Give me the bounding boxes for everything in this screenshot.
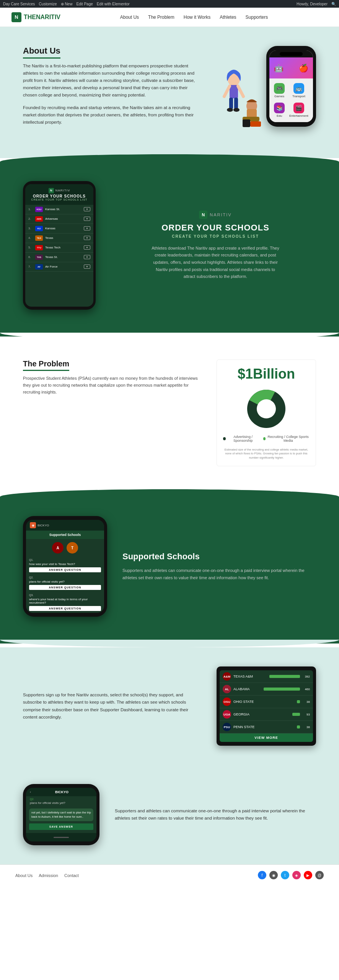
- view-more-button[interactable]: VIEW MORE: [220, 733, 313, 742]
- answer-btn-1[interactable]: ANSWER QUESTION: [29, 567, 101, 572]
- score-bar-2: 460: [264, 688, 310, 691]
- supporters-signup-section: Supporters sign up for free Naritiv acco…: [0, 647, 339, 765]
- supported-heading: Supported Schools: [122, 552, 316, 562]
- social-icon-2[interactable]: ◉: [269, 871, 278, 879]
- chat-bubble: not yet, but I definitely can't wait to …: [29, 808, 93, 821]
- svg-rect-11: [243, 119, 250, 127]
- admin-item-elementor[interactable]: Edit with Elementor: [97, 2, 130, 6]
- nav-link-problem[interactable]: The Problem: [148, 15, 174, 20]
- app-header: 🤖 🍎: [269, 57, 313, 78]
- admin-item-new[interactable]: ⊕ New: [61, 2, 73, 6]
- footer-link-contact[interactable]: Contact: [64, 873, 79, 878]
- communicate-phone: ‹ BICKYO Q2. plans for official visits y…: [23, 784, 99, 845]
- schools-header: N NARITIV ORDER YOUR SCHOOLS CREATE YOUR…: [25, 184, 93, 205]
- school-row-3: 3. KU Kansas ▼: [25, 224, 93, 234]
- footer-social: f ◉ t ◈ ▶ @: [258, 871, 324, 879]
- school-row-7: 7. AF Air Force ▼: [25, 262, 93, 272]
- question-label-3: Q3.: [29, 594, 101, 596]
- question-row-2: Q2. plans for official visits yet? ANSWE…: [26, 574, 104, 592]
- social-youtube-icon[interactable]: ▶: [304, 871, 312, 879]
- answer-btn-2[interactable]: ANSWER QUESTION: [29, 585, 101, 590]
- admin-item-daycare[interactable]: Day Care Services: [3, 2, 35, 6]
- app-icon-transport: 🚌 Transport: [288, 82, 310, 100]
- supported-screen: ◉ BICKYO Supported Schools A T Q1. how w…: [26, 520, 104, 613]
- apple-icon: 🍎: [299, 64, 308, 73]
- social-facebook-icon[interactable]: f: [258, 871, 266, 879]
- home-indicator: [26, 833, 96, 841]
- school-row-1: 1. KSU Kansas St. ▼: [25, 205, 93, 214]
- main-navigation: N THENARITIV About Us The Problem How it…: [0, 8, 339, 27]
- about-text: About Us The Naritiv is a first-to-marke…: [23, 46, 201, 131]
- comm-q-label: Q2.: [26, 796, 96, 800]
- school-row-4: 4. TEX Texas ▼: [25, 234, 93, 243]
- order-phone-container: N NARITIV ORDER YOUR SCHOOLS CREATE YOUR…: [23, 181, 99, 310]
- question-label-2: Q2.: [29, 576, 101, 579]
- school-row-6: 6. TXS Texas St. ▼: [25, 253, 93, 262]
- team-logo-1: A&M: [223, 672, 231, 681]
- tablet-device: A&M TEXAS A&M 392 AL ALABAMA 460: [217, 666, 316, 746]
- supported-app-icon: ◉: [30, 522, 36, 528]
- comm-back-btn[interactable]: ‹: [30, 790, 31, 794]
- social-instagram-icon[interactable]: ◈: [292, 871, 301, 879]
- score-bar-4: 93: [292, 713, 310, 716]
- signup-paragraph: Supporters sign up for free Naritiv acco…: [23, 691, 201, 721]
- supported-app-header: ◉ BICKYO: [26, 520, 104, 531]
- svg-point-6: [227, 108, 233, 112]
- team-name-5: PENN STATE: [233, 725, 295, 729]
- admin-item-customize[interactable]: Customize: [39, 2, 57, 6]
- order-logo-text: NARITIV: [210, 212, 231, 217]
- problem-text: The Problem Prospective Student Athletes…: [23, 359, 201, 395]
- svg-rect-4: [229, 98, 233, 109]
- score-bar-1: 392: [269, 675, 310, 678]
- score-num-1: 392: [302, 675, 310, 678]
- question-label-1: Q1.: [29, 559, 101, 561]
- nav-link-athletes[interactable]: Athletes: [220, 15, 236, 20]
- footer-link-admission[interactable]: Admission: [39, 873, 58, 878]
- android-icon: 🤖: [274, 64, 284, 73]
- comm-app-name: BICKYO: [55, 790, 68, 794]
- about-section: About Us The Naritiv is a first-to-marke…: [0, 27, 339, 150]
- character-illustration: [217, 60, 266, 130]
- footer-link-about[interactable]: About Us: [15, 873, 33, 878]
- supported-phone-container: ◉ BICKYO Supported Schools A T Q1. how w…: [23, 516, 107, 617]
- save-answer-button[interactable]: SAVE ANSWER: [29, 823, 93, 830]
- nav-link-about[interactable]: About Us: [120, 15, 139, 20]
- problem-paragraph: Prospective Student Athletes (PSAs) curr…: [23, 375, 201, 395]
- app-icon-edu: 📚 Edu: [272, 101, 286, 119]
- score-num-3: 38: [302, 700, 310, 704]
- pie-legend: Advertising / Sponsorship Recruiting / C…: [223, 435, 310, 443]
- social-twitter-icon[interactable]: t: [281, 871, 289, 879]
- schools-logo-text: NARITIV: [55, 189, 70, 192]
- question-text-3: where's your head at today in terms of y…: [29, 598, 101, 604]
- nav-link-how[interactable]: How it Works: [184, 15, 210, 20]
- schools-phone: N NARITIV ORDER YOUR SCHOOLS CREATE YOUR…: [23, 181, 96, 310]
- svg-line-3: [238, 86, 243, 96]
- team-name-4: GEORGIA: [233, 712, 290, 716]
- admin-bar: Day Care Services Customize ⊕ New Edit P…: [0, 0, 339, 8]
- problem-chart: $1Billion Advertising / Sponsorship Recr…: [217, 359, 316, 467]
- svg-rect-12: [250, 121, 261, 127]
- site-logo[interactable]: N THENARITIV: [11, 12, 60, 22]
- order-paragraph: Athletes download The Naritiv app and cr…: [150, 245, 280, 280]
- supported-schools-title-bar: Supported Schools: [26, 531, 104, 539]
- nav-link-supporters[interactable]: Supporters: [246, 15, 268, 20]
- app-icon-games: 🎮 Games: [272, 82, 286, 100]
- leaderboard-row-2: AL ALABAMA 460: [220, 683, 313, 696]
- svg-line-2: [224, 86, 230, 96]
- answer-btn-3[interactable]: ANSWER QUESTION: [29, 606, 101, 611]
- supported-app-name: BICKYO: [37, 524, 49, 527]
- logo-icon: N: [11, 12, 21, 22]
- admin-search-icon[interactable]: 🔍: [331, 2, 336, 6]
- bar-1: [269, 675, 300, 678]
- bar-3: [297, 700, 300, 703]
- admin-item-editpage[interactable]: Edit Page: [76, 2, 93, 6]
- comm-q-text: plans for official visits yet?: [26, 800, 96, 807]
- order-subheading: CREATE YOUR TOP SCHOOLS LIST: [115, 234, 316, 238]
- tablet-mockup: A&M TEXAS A&M 392 AL ALABAMA 460: [217, 666, 316, 746]
- signup-text: Supporters sign up for free Naritiv acco…: [23, 691, 201, 721]
- social-email-icon[interactable]: @: [315, 871, 324, 879]
- team-logo-3: OSU: [223, 697, 231, 706]
- school-row-2: 2. ARK Arkansas ▼: [25, 214, 93, 224]
- app-icon-activity: ⚡ Activity: [311, 101, 313, 119]
- about-heading: About Us: [23, 46, 60, 59]
